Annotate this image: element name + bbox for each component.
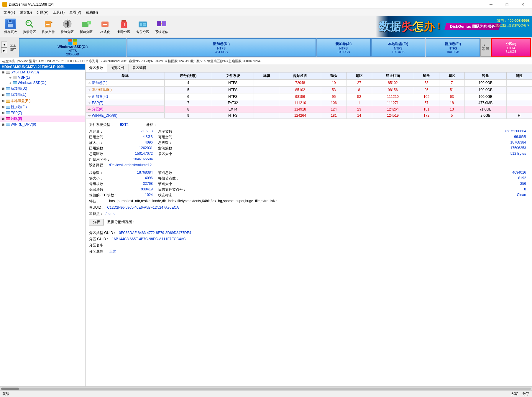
partition-icon xyxy=(6,87,10,90)
prev-disk-button[interactable]: ◄ xyxy=(1,42,7,47)
cell-cyl-end: 111271 xyxy=(372,100,414,106)
left-tree-panel: HD0:SAMSUNGMZVL21T0HCLR-00BL: ⊞ SYSTEM_D… xyxy=(0,64,86,388)
partition-free[interactable]: 空闲7.9G xyxy=(480,38,491,57)
promo-banner[interactable]: 数 据 失 怎 办 ！ DiskGenius 团队为您服务 致电：400-008… xyxy=(376,16,532,37)
save-icon xyxy=(5,19,16,29)
tree-item-new-d[interactable]: ⊞ 新加卷(D:) xyxy=(0,85,85,92)
partition-new-j[interactable]: 新加卷(J:) NTFS 100.0GB xyxy=(316,38,371,57)
quick-partition-button[interactable]: 快速分区 xyxy=(58,17,77,36)
table-row[interactable]: ➜ 本地磁盘(E:) 5 NTFS 85102 53 8 98156 95 51… xyxy=(86,86,532,93)
col-sec-end: 扇区 xyxy=(439,73,464,80)
key-inodes: 节点总数： xyxy=(158,170,202,175)
cell-seq: 6 xyxy=(165,93,212,100)
delete-label: 删除分区 xyxy=(117,30,130,34)
table-row[interactable]: ➜ 新加卷(J:) 4 NTFS 72048 10 27 85102 53 7 … xyxy=(86,80,532,87)
menu-partition[interactable]: 分区(P) xyxy=(34,9,51,16)
table-row[interactable]: ➜ ESP(7) 7 FAT32 111210 106 1 111271 57 … xyxy=(86,100,532,106)
cell-cyl-end: 111210 xyxy=(372,93,414,100)
detail-row-device: 设备路径： \Device\HarddiskVolume12 xyxy=(89,163,528,168)
menu-file[interactable]: 文件(F) xyxy=(1,9,17,16)
tab-browse-files[interactable]: 浏览文件 xyxy=(107,64,129,72)
scrollbar-track[interactable] xyxy=(1,388,531,390)
tree-item-windows-c[interactable]: ➜ Windows-SSD(C:) xyxy=(0,80,85,85)
table-row[interactable]: ➜ 分区(8) 8 EXT4 114918 124 23 124264 181 … xyxy=(86,106,532,113)
cell-flag xyxy=(254,93,279,100)
save-button[interactable]: 保存更改 xyxy=(1,17,20,36)
partition-new-f[interactable]: 新加卷(F:) NTFS 100.0GB xyxy=(426,38,480,57)
banner-char-lost: 失 xyxy=(400,18,413,35)
status-bar: 就绪 大写 数字 xyxy=(0,391,532,397)
key-total-bytes: 总字节数： xyxy=(158,129,193,134)
part8-fs: EXT4 xyxy=(507,46,515,50)
part-j-name: 新加卷(J:) xyxy=(335,42,352,47)
partition-windows-c[interactable]: Windows-SSD(C:) NTFS 200.0GB xyxy=(19,38,127,57)
tree-item-winre9[interactable]: ⊞ WINRE_DRV(9) xyxy=(0,122,85,127)
minimize-button[interactable]: ─ xyxy=(484,0,498,9)
tree-item-esp7[interactable]: ⊞ ESP(7) xyxy=(0,110,85,116)
part-j-size: 100.0GB xyxy=(337,50,350,54)
svg-point-6 xyxy=(27,22,29,23)
expand-icon: ⊞ xyxy=(1,93,5,96)
tree-label-local-e: 本地磁盘(E:) xyxy=(11,98,30,103)
close-button[interactable]: ✕ xyxy=(516,0,530,9)
menu-tools[interactable]: 工具(T) xyxy=(51,9,67,16)
tree-item-new-f[interactable]: ⊞ 新加卷(F:) xyxy=(0,104,85,110)
partition-part8[interactable]: 分区(8) EXT4 71.6GB xyxy=(491,38,531,57)
cell-fs: FAT32 xyxy=(212,100,254,106)
cell-cyl-start: 98156 xyxy=(279,93,321,100)
cell-fs: NTFS xyxy=(212,113,254,118)
menu-help[interactable]: 帮助(H) xyxy=(83,9,100,16)
cell-attr xyxy=(506,106,532,113)
part-guid-label: 分区 GUID： xyxy=(89,237,109,242)
basic-label: 基本 xyxy=(10,44,16,48)
migrate-button[interactable]: 系统迁移 xyxy=(152,17,171,36)
fs-type-label: 文件系统类型： xyxy=(89,122,114,127)
analyze-button[interactable]: 分析 xyxy=(89,219,104,225)
part-e-size: 100.0GB xyxy=(392,50,404,54)
tab-sector-edit[interactable]: 扇区编辑 xyxy=(129,64,150,72)
analyze-row: 分析 数据分配情况图： xyxy=(89,219,528,225)
tree-item-local-e[interactable]: ⊞ 本地磁盘(E:) xyxy=(0,98,85,104)
disk-info-text: 磁盘0 接口:NVMe 型号:SAMSUNGMZVL21T0HCLR-00BL2… xyxy=(2,59,260,63)
menu-disk[interactable]: 磁盘(D) xyxy=(17,9,34,16)
svg-rect-28 xyxy=(140,23,142,26)
backup-button[interactable]: 备份分区 xyxy=(133,17,152,36)
delete-partition-button[interactable]: 删除分区 xyxy=(114,17,133,36)
tab-partition-params[interactable]: 分区参数 xyxy=(86,64,107,72)
cell-size: 100.0GB xyxy=(464,93,506,100)
scrollbar-thumb[interactable] xyxy=(1,388,19,390)
cell-cyl-end: 124264 xyxy=(372,106,414,113)
detail-feature-row: 特征： has_journal,ext_attr,resize_inode,di… xyxy=(89,199,528,204)
part-d-fs: NTFS xyxy=(217,47,226,50)
part-c-name: Windows-SSD(C:) xyxy=(58,45,88,49)
menu-view[interactable]: 查看(V) xyxy=(67,9,83,16)
expand-icon: ⊞ xyxy=(1,71,5,74)
cell-sec-end: 63 xyxy=(439,93,464,100)
new-icon: + xyxy=(81,19,91,29)
table-row[interactable]: ➜ 新加卷(F:) 6 NTFS 98156 95 52 111210 105 … xyxy=(86,93,532,100)
cell-head-start: 181 xyxy=(321,113,347,118)
tree-label-system-drv: SYSTEM_DRV(0) xyxy=(11,70,39,74)
expand-icon: ⊞ xyxy=(1,123,5,126)
tree-item-new-j[interactable]: ⊞ 新加卷(J:) xyxy=(0,92,85,98)
partition-new-d[interactable]: 新加卷(D:) NTFS 351.6GB xyxy=(127,38,316,57)
table-row[interactable]: ➜ WINRE_DRV(9) 9 NTFS 124264 181 14 1245… xyxy=(86,113,532,118)
part-j-fs: NTFS xyxy=(339,47,348,50)
key-cluster-size: 族大小： xyxy=(89,140,121,145)
tree-item-msr[interactable]: ➜ MSR(1) xyxy=(0,75,85,80)
maximize-button[interactable]: □ xyxy=(500,0,514,9)
format-button[interactable]: 格式化 xyxy=(96,17,114,36)
partition-local-e[interactable]: 本地磁盘(E:) NTFS 100.0GB xyxy=(371,38,425,57)
svg-rect-25 xyxy=(123,23,123,26)
svg-rect-15 xyxy=(67,21,68,27)
tree-item-part8[interactable]: ⊞ 分区(8) xyxy=(0,116,85,122)
search-partition-button[interactable]: 搜索分区 xyxy=(20,17,39,36)
tree-item-system-drv[interactable]: ⊞ SYSTEM_DRV(0) xyxy=(0,70,85,75)
next-disk-button[interactable]: ► xyxy=(1,47,7,53)
new-partition-button[interactable]: + 新建分区 xyxy=(77,17,96,36)
banner-char-do: 办 xyxy=(423,19,435,34)
restore-file-button[interactable]: 恢复文件 xyxy=(39,17,58,36)
col-volume: 卷标 xyxy=(86,73,165,80)
part8-size: 71.6GB xyxy=(505,50,516,53)
val-inode-size: 256 xyxy=(203,182,528,187)
